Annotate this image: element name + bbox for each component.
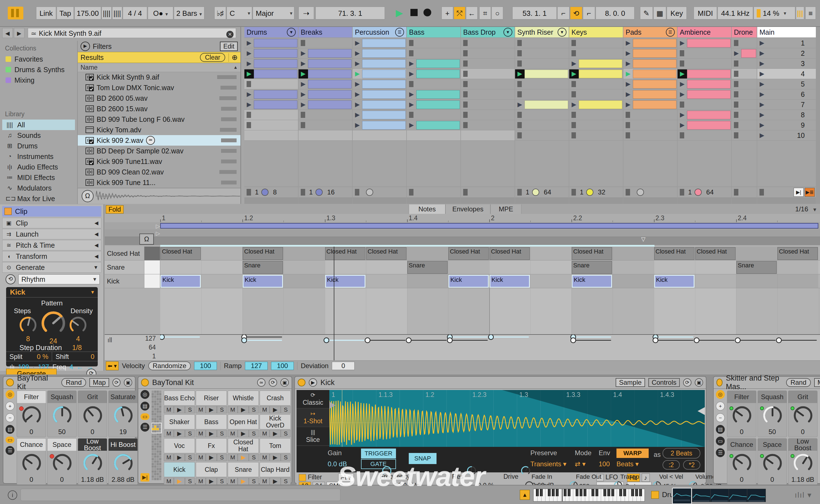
macro-variations-icon[interactable]: ◎ [716,390,725,399]
clip-slot[interactable] [732,69,757,79]
clip-slot[interactable] [624,120,677,130]
pad-solo-button[interactable]: S [249,478,259,485]
clip-color-swatch[interactable] [4,208,12,215]
track-header[interactable]: Bass [407,27,460,38]
tab-sample[interactable]: Sample [616,378,645,387]
pad-mute-button[interactable]: M [164,406,174,413]
macro-value[interactable]: 50 [47,428,76,436]
clip-playing-icon[interactable]: ▶ [569,69,579,78]
draw-mode-button[interactable]: ✎ [640,7,653,19]
freq-left-arrow[interactable]: ← [76,363,83,371]
add-variation-icon[interactable]: + [6,402,14,411]
chevron-circle-icon[interactable]: ▼ [287,28,296,37]
clip-slot[interactable] [569,48,623,59]
clip[interactable] [254,49,297,58]
pad-name[interactable]: Open Hat [228,414,259,429]
drum-pad-closed-hat[interactable]: Closed HatM▶S [228,438,259,462]
clip-play-icon[interactable]: ▶ [244,39,254,47]
as-beats-button[interactable]: 2 Beats [663,448,700,459]
clip[interactable] [308,70,352,78]
clip[interactable] [741,49,756,58]
clip-slot[interactable]: ▶ [624,69,677,79]
track-stop-all-icon[interactable] [409,189,413,196]
save-preset-icon[interactable]: ▣ [695,378,703,387]
mode-tab-slice[interactable]: |||Slice [297,427,329,446]
clip[interactable] [687,70,731,78]
clip-slot[interactable]: ▶ [299,59,352,69]
velocity-markers[interactable] [160,335,820,360]
mini-keyboard[interactable] [533,489,645,502]
clip-play-icon[interactable]: ▶ [353,39,362,47]
preview-play-icon[interactable]: ▶ [309,378,317,387]
clip-stop-icon[interactable] [734,60,738,67]
clip[interactable] [254,59,297,68]
clip-slot[interactable]: ▶ [244,38,298,48]
clip-slot[interactable] [461,89,514,100]
section-transform[interactable]: ◖Transform◀ [2,251,101,262]
follow-button[interactable]: ⇢ [299,7,314,19]
device-title[interactable]: BayTonal Kit [152,378,194,387]
pad-name[interactable]: Crash [260,391,291,406]
pad-mute-button[interactable]: M [196,454,206,461]
midi-note[interactable]: Kick [448,275,489,288]
macro-low-boost[interactable]: Low Boost1.18 dB [788,438,818,485]
clip-slot[interactable] [624,130,677,141]
search-input[interactable]: ≃Kick Mkit Synth 9.aif ✕ [28,28,236,38]
clip-slot[interactable]: ▶ [299,48,352,59]
clip[interactable] [633,80,677,88]
clip-stop-icon[interactable] [463,91,468,97]
clip-stop-icon[interactable] [409,50,413,56]
clip-slot[interactable] [244,130,298,141]
steps-knob[interactable] [18,315,38,336]
clip-slot[interactable]: ▶ [624,38,677,48]
show-macros-icon[interactable]: ▭ [6,437,14,443]
key-root-menu[interactable]: C▾ [227,7,252,19]
clip-slot[interactable]: ▶ [678,120,731,130]
menu-circle-icon[interactable]: ☰ [666,28,675,37]
section-generate[interactable]: ⊙Generate▼ [2,262,101,273]
tempo-field[interactable]: 175.00 [74,7,101,19]
clip-slot[interactable] [732,110,757,120]
nudge-up-button[interactable]: |||| [112,7,122,19]
clip[interactable] [308,49,352,58]
chain-list-icon[interactable]: ☰ [716,448,725,457]
clip-slot[interactable] [569,89,623,100]
pad-solo-button[interactable]: S [249,430,259,437]
velocity-lane[interactable]: ıll 127 64 1 [105,334,820,361]
clip[interactable] [308,100,352,109]
macro-value[interactable]: 0 [17,428,46,436]
clip-slot[interactable] [407,79,460,89]
loop-lane[interactable]: ▷ [105,222,820,229]
pad-solo-button[interactable]: S [185,430,195,437]
midi-note[interactable]: Snare [572,261,612,274]
clip-slot[interactable] [569,38,623,48]
midi-note[interactable]: Snare [736,261,777,274]
sidebar-item-instruments[interactable]: ◔Instruments [2,151,75,162]
macro-hi-boost[interactable]: Hi Boost2.88 dB [108,438,138,485]
snapshot-icon[interactable]: ▤ [6,425,14,434]
clip-stop-icon[interactable] [734,81,738,87]
track-stop-all-icon[interactable] [463,189,468,196]
punch-in-button[interactable]: ⌐ [557,7,569,19]
track-status-row[interactable]: ▶|▶≣ [757,187,816,198]
clip[interactable] [633,49,677,58]
sidebar-item-modulators[interactable]: ∿Modulators [2,183,75,193]
add-variation-icon[interactable]: + [716,402,725,411]
scene-play-icon[interactable]: ▶ [757,70,767,77]
track-status-row[interactable] [407,187,460,198]
macro-knob[interactable] [51,452,74,476]
map-button[interactable]: M [814,378,820,387]
clip-slot[interactable] [515,89,569,100]
pad-name[interactable]: Bass [196,414,227,429]
midi-note[interactable]: Closed Hat [572,247,612,260]
clip-stop-icon[interactable] [626,122,630,128]
clip-slot[interactable]: ▶ [624,100,677,110]
remove-variation-icon[interactable]: − [716,413,725,422]
clip-play-icon[interactable]: ▶ [299,80,308,88]
chain-list-icon[interactable]: ☰ [140,423,149,432]
deviation-field[interactable]: 0 [332,362,355,370]
macro-squash[interactable]: Squash50 [47,391,77,437]
macro-variations-icon[interactable]: ◎ [6,390,14,399]
tab-envelopes[interactable]: Envelopes [445,204,490,214]
new-button[interactable]: + [441,7,453,19]
